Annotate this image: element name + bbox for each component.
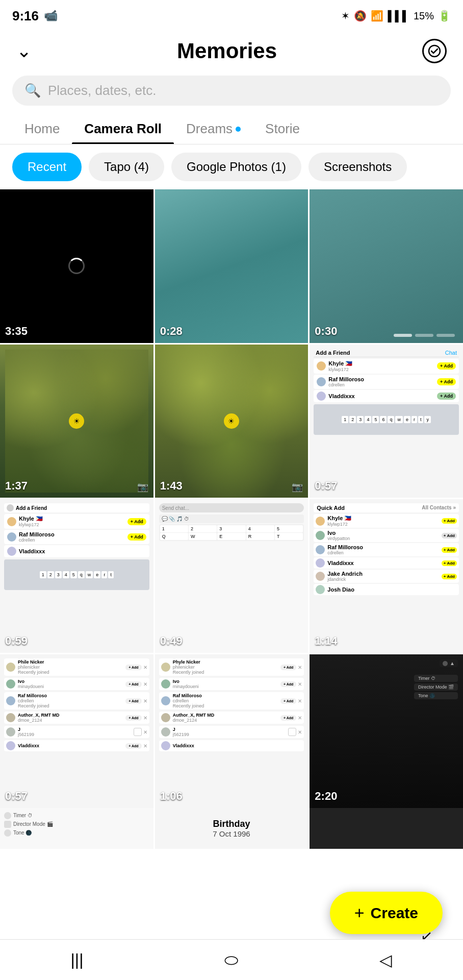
wifi-icon: 📶 [371,10,383,22]
photo-cell-partial-1[interactable]: Timer ⏱ Director Mode 🎬 Tone 🌑 [0,808,153,849]
chevron-down-icon[interactable]: ⌄ [16,40,32,62]
status-time: 9:16 [12,8,39,24]
nav-menu-icon[interactable]: ||| [71,950,84,969]
video-duration-10: 0:57 [5,790,28,803]
search-container: 🔍 Places, dates, etc. [0,71,463,114]
screenshot-content-7: Add a Friend Khyle 🇵🇭 klylwp172 + Add Ra… [0,499,153,653]
status-icons: ✶ 🔕 📶 ▌▌▌ 15% 🔋 [341,10,451,22]
battery-icon: 🔋 [438,10,451,22]
camera-icon-5: 📷 [292,481,303,493]
bottom-navigation: ||| ⬭ ◁ [0,939,463,980]
video-duration-7: 0:59 [5,634,28,648]
filter-tapo[interactable]: Tapo (4) [89,153,164,181]
tab-home[interactable]: Home [12,114,72,144]
dreams-notification-dot [236,127,241,132]
photo-cell-12[interactable]: ▲ Timer ⏱ Director Mode 🎬 Tone 🌑 2:20 [310,654,463,808]
mute-icon: 🔕 [354,10,367,22]
screenshot-content-8: Send chat... 💬 📎 🎵 ⏱ 12345 QWERT [155,499,308,653]
video-duration-1: 3:35 [5,325,28,338]
camera-icon-4: 📷 [137,481,148,493]
video-duration-2: 0:28 [160,325,183,338]
create-plus-icon: + [354,903,365,923]
battery-level: 15% [414,10,434,22]
screenshot-content-10: Phile NickerphilenickerRecently joined +… [0,654,153,808]
status-bar: 9:16 📹 ✶ 🔕 📶 ▌▌▌ 15% 🔋 [0,0,463,31]
loading-spinner [68,258,85,274]
tab-dreams[interactable]: Dreams [174,114,253,144]
photo-cell-5[interactable]: ☀ 1:43 📷 [155,345,308,498]
camera-record-icon: 📹 [44,9,58,22]
bluetooth-icon: ✶ [341,10,350,22]
photo-cell-partial-birthday[interactable]: Birthday 7 Oct 1996 [155,808,308,849]
screenshot-content-9: Quick Add All Contacts » Khyle 🇵🇭klylwp1… [310,499,463,653]
video-duration-12: 2:20 [315,790,337,803]
screenshot-content-11: Phyle NickerphilenickerRecently joined +… [155,654,308,808]
tabs-bar: Home Camera Roll Dreams Storie [0,114,463,144]
nav-back-icon[interactable]: ◁ [379,950,392,970]
search-bar[interactable]: 🔍 Places, dates, etc. [12,76,451,106]
photo-cell-6[interactable]: Add a Friend Chat Khyle 🇵🇭 klylwp172 + A… [310,345,463,498]
video-duration-9: 1:14 [315,634,337,648]
filter-screenshots[interactable]: Screenshots [308,153,407,181]
tab-camera-roll[interactable]: Camera Roll [72,114,174,144]
video-duration-3: 0:30 [315,325,337,338]
search-input[interactable]: Places, dates, etc. [48,83,156,99]
photo-cell-1[interactable]: 3:35 [0,189,153,343]
video-duration-11: 1:06 [160,790,183,803]
photo-cell-10[interactable]: Phile NickerphilenickerRecently joined +… [0,654,153,808]
tab-stories[interactable]: Storie [253,114,312,144]
photo-cell-11[interactable]: Phyle NickerphilenickerRecently joined +… [155,654,308,808]
photo-cell-8[interactable]: Send chat... 💬 📎 🎵 ⏱ 12345 QWERT 0:49 [155,499,308,653]
photo-cell-3[interactable]: 0:30 [310,189,463,343]
photo-cell-partial-3[interactable] [310,808,463,849]
video-duration-5: 1:43 [160,479,183,493]
create-button-container: + Create ↙ [330,892,443,934]
search-icon: 🔍 [24,83,41,99]
select-all-button[interactable] [422,39,447,63]
partial-row: Timer ⏱ Director Mode 🎬 Tone 🌑 Birthday … [0,808,463,849]
filter-pills: Recent Tapo (4) Google Photos (1) Screen… [0,144,463,189]
photo-grid: 3:35 0:28 0:30 ☀ 1:37 📷 ☀ 1:43 📷 [0,189,463,808]
photo-cell-7[interactable]: Add a Friend Khyle 🇵🇭 klylwp172 + Add Ra… [0,499,153,653]
photo-cell-4[interactable]: ☀ 1:37 📷 [0,345,153,498]
memories-header: ⌄ Memories [0,31,463,71]
photo-cell-2[interactable]: 0:28 [155,189,308,343]
screenshot-content-6: Add a Friend Chat Khyle 🇵🇭 klylwp172 + A… [310,345,463,498]
page-title: Memories [177,39,277,63]
create-label: Create [371,904,418,922]
signal-icon: ▌▌▌ [388,10,409,22]
filter-recent[interactable]: Recent [12,153,82,181]
nav-home-icon[interactable]: ⬭ [224,950,238,969]
photo-cell-9[interactable]: Quick Add All Contacts » Khyle 🇵🇭klylwp1… [310,499,463,653]
svg-point-0 [429,45,440,57]
video-duration-4: 1:37 [5,479,28,493]
video-duration-8: 0:49 [160,634,183,648]
video-duration-6: 0:57 [315,479,337,493]
filter-google-photos[interactable]: Google Photos (1) [171,153,301,181]
